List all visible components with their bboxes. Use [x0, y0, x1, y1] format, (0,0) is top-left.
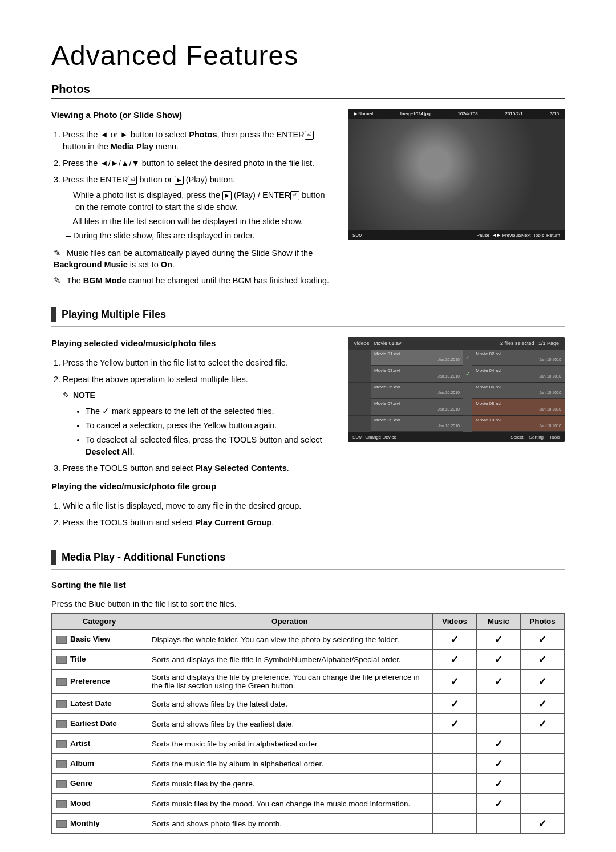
play-icon: ▶ [175, 176, 184, 185]
check-cell [433, 734, 477, 754]
photos-heading: Photos [51, 83, 565, 96]
category-icon [56, 678, 67, 686]
file-date: Jan.10.2010 [476, 391, 561, 395]
category-icon [56, 760, 67, 768]
check-cell: ✓ [477, 650, 521, 670]
check-icon [463, 416, 472, 432]
file-name: Movie 05.avi [374, 384, 460, 390]
instruction-step: Press the ◄/►/▲/▼ button to select the d… [63, 157, 331, 169]
check-cell [433, 754, 477, 774]
check-cell: ✓ [433, 714, 477, 734]
additional-functions-heading: Media Play - Additional Functions [62, 550, 225, 565]
instruction-step: Press the ENTER⏎ button or ▶ (Play) butt… [63, 174, 331, 242]
category-icon [56, 780, 67, 788]
check-cell: ✓ [477, 754, 521, 774]
table-row: GenreSorts music files by the genre.✓ [52, 774, 565, 794]
preview-date: 2010/2/1 [505, 111, 522, 116]
enter-icon: ⏎ [128, 176, 137, 185]
check-icon [463, 399, 472, 416]
enter-icon: ⏎ [290, 191, 299, 200]
file-date: Jan.10.2010 [374, 407, 460, 411]
vlp-category: Videos [354, 340, 369, 346]
file-name: Movie 08.avi [476, 401, 561, 406]
file-date: Jan.10.2010 [374, 374, 460, 378]
category-name: Genre [70, 779, 92, 788]
file-name: Movie 02.avi [476, 351, 561, 356]
file-name: Movie 09.avi [374, 417, 460, 423]
check-cell [477, 814, 521, 834]
enter-icon: ⏎ [305, 131, 314, 140]
operation-text: Sorts and shows files by the earliest da… [147, 714, 433, 734]
category-icon [56, 700, 67, 708]
file-date: Jan.10.2010 [476, 407, 561, 411]
category-name: Mood [70, 799, 91, 808]
note: Music files can be automatically played … [54, 248, 331, 271]
table-row: MonthlySorts and shows photo files by mo… [52, 814, 565, 834]
file-name: Movie 04.avi [476, 368, 561, 373]
vlp-current: Movie 01.avi [374, 340, 403, 346]
check-cell [521, 794, 565, 814]
instruction-step: Press the ◄ or ► button to select Photos… [63, 129, 331, 153]
operation-text: Sorts and displays the file title in Sym… [147, 650, 433, 670]
file-date: Jan.10.2010 [476, 424, 561, 428]
instruction-step: Press the Yellow button in the file list… [63, 357, 331, 369]
category-icon [56, 820, 67, 828]
check-cell: ✓ [477, 670, 521, 694]
viewing-subheading: Viewing a Photo (or Slide Show) [51, 109, 182, 123]
preview-filename: Image1024.jpg [400, 111, 431, 116]
preview-position: 3/15 [550, 111, 559, 116]
check-cell: ✓ [521, 650, 565, 670]
multiple-files-heading: Playing Multiple Files [62, 307, 166, 322]
check-cell [433, 794, 477, 814]
file-date: Jan.10.2010 [374, 424, 460, 428]
table-row: Latest DateSorts and shows files by the … [52, 694, 565, 714]
sub-step: All files in the file list section will … [75, 216, 331, 228]
note-bullet: To cancel a selection, press the Yellow … [86, 420, 331, 432]
sub-step: While a photo list is displayed, press t… [75, 189, 331, 213]
playing-selected-subheading: Playing selected video/music/photo files [51, 337, 216, 351]
check-cell: ✓ [433, 630, 477, 650]
note: The BGM Mode cannot be changed until the… [54, 275, 331, 286]
vlp-sum: SUM [352, 435, 363, 440]
file-date: Jan.10.2010 [476, 374, 561, 378]
vlp-page: 1/1 Page [538, 340, 559, 346]
th-photos: Photos [521, 614, 565, 630]
sub-step: During the slide show, files are display… [75, 230, 331, 242]
table-row: Basic ViewDisplays the whole folder. You… [52, 630, 565, 650]
operation-text: Displays the whole folder. You can view … [147, 630, 433, 650]
category-name: Preference [70, 677, 110, 685]
check-icon: ✓ [463, 366, 472, 383]
check-cell [477, 694, 521, 714]
table-row: PreferenceSorts and displays the file by… [52, 670, 565, 694]
check-cell [521, 774, 565, 794]
check-cell [433, 774, 477, 794]
page-title: Advanced Features [51, 40, 565, 71]
operation-text: Sorts the music file by artist in alphab… [147, 734, 433, 754]
vlp-tools: Tools [549, 435, 560, 440]
operation-text: Sorts and shows photo files by month. [147, 814, 433, 834]
category-name: Title [70, 655, 86, 663]
play-icon: ▶ [222, 191, 232, 200]
preview-sum: SUM [352, 233, 363, 238]
category-icon [56, 740, 67, 748]
category-name: Earliest Date [70, 719, 117, 728]
check-cell: ✓ [433, 670, 477, 694]
note-bullet: To deselect all selected files, press th… [86, 434, 331, 458]
category-icon [56, 656, 67, 664]
preview-mode: ▶ Normal [354, 111, 373, 116]
th-videos: Videos [433, 614, 477, 630]
category-icon [56, 636, 67, 644]
photo-preview-screenshot: ▶ Normal Image1024.jpg 1024x768 2010/2/1… [348, 109, 565, 240]
file-name: Movie 03.avi [374, 368, 460, 373]
table-row: ArtistSorts the music file by artist in … [52, 734, 565, 754]
check-cell: ✓ [521, 694, 565, 714]
preview-resolution: 1024x768 [458, 111, 478, 116]
check-cell [521, 754, 565, 774]
check-cell [433, 814, 477, 834]
operation-text: Sorts music files by the genre. [147, 774, 433, 794]
check-cell [477, 714, 521, 734]
vlp-selected-info: 2 files selected [500, 340, 534, 346]
check-icon [463, 383, 472, 399]
check-cell [521, 734, 565, 754]
file-date: Jan.10.2010 [476, 358, 561, 362]
